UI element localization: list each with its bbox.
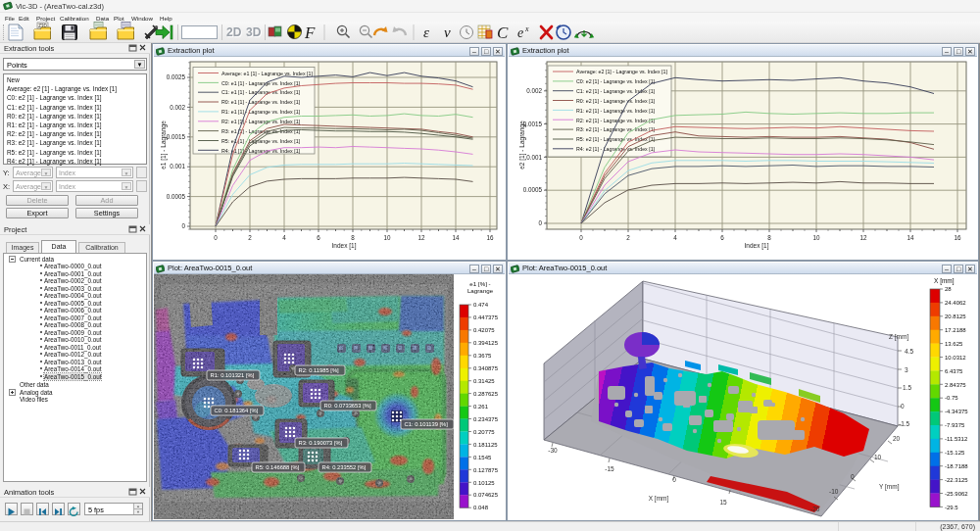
svg-text:6: 6 (317, 234, 320, 241)
svg-text:C1: e2 [1] - Lagrange vs. Inde: C1: e2 [1] - Lagrange vs. Index [1] (576, 88, 656, 94)
svg-text:0: 0 (901, 403, 905, 410)
svg-text:0.42075: 0.42075 (473, 327, 495, 333)
svg-text:0.0015: 0.0015 (167, 133, 186, 140)
svg-text:0: 0 (181, 222, 185, 229)
svg-text:-15.125: -15.125 (945, 450, 965, 456)
svg-text:-29.5: -29.5 (945, 505, 958, 510)
svg-text:14: 14 (452, 234, 460, 241)
svg-text:3: 3 (905, 366, 908, 373)
svg-text:0.474: 0.474 (473, 302, 489, 308)
svg-text:R1: e1 [1] - Lagrange vs. Inde: R1: e1 [1] - Lagrange vs. Index [1] (221, 109, 301, 115)
svg-text:20.8125: 20.8125 (945, 314, 966, 319)
svg-text:0.287625: 0.287625 (473, 391, 499, 397)
svg-text:10.0312: 10.0312 (945, 355, 966, 361)
svg-text:X [mm]: X [mm] (649, 495, 669, 503)
svg-text:C0: e1 [1] - Lagrange vs. Inde: C0: e1 [1] - Lagrange vs. Index [1] (221, 80, 301, 86)
svg-text:0: 0 (672, 476, 676, 483)
svg-text:0.0025: 0.0025 (167, 73, 186, 80)
svg-text:12: 12 (417, 234, 425, 241)
svg-text:R3: e2 [1] - Lagrange vs. Inde: R3: e2 [1] - Lagrange vs. Index [1] (576, 126, 656, 132)
svg-text:0.074625: 0.074625 (473, 492, 499, 498)
svg-text:-10: -10 (829, 488, 839, 495)
svg-text:0.127875: 0.127875 (473, 467, 499, 473)
svg-text:4: 4 (282, 234, 286, 241)
svg-text:0.394125: 0.394125 (473, 340, 499, 346)
svg-text:x: x (524, 24, 529, 33)
svg-text:R1: e2 [1] - Lagrange vs. Inde: R1: e2 [1] - Lagrange vs. Index [1] (576, 108, 656, 114)
svg-text:8: 8 (351, 234, 355, 241)
svg-text:-4.34375: -4.34375 (945, 409, 968, 414)
svg-text:0.0005: 0.0005 (523, 186, 543, 193)
svg-text:C1: e1 [1] - Lagrange vs. Inde: C1: e1 [1] - Lagrange vs. Index [1] (221, 89, 301, 95)
svg-text:1.5: 1.5 (903, 384, 911, 391)
svg-text:R2: e2 [1] - Lagrange vs. Inde: R2: e2 [1] - Lagrange vs. Index [1] (576, 118, 656, 123)
svg-text:-15: -15 (605, 465, 614, 472)
svg-text:0.048: 0.048 (473, 505, 489, 510)
svg-text:0.001: 0.001 (526, 154, 542, 161)
svg-text:10: 10 (383, 234, 391, 241)
svg-text:24.4062: 24.4062 (945, 300, 966, 306)
svg-text:12: 12 (859, 234, 867, 241)
svg-text:28: 28 (945, 286, 952, 292)
svg-text:0.340875: 0.340875 (473, 365, 499, 371)
svg-text:0.447375: 0.447375 (473, 314, 499, 320)
svg-text:2: 2 (626, 234, 630, 241)
svg-text:0.0015: 0.0015 (523, 121, 543, 127)
svg-text:13.625: 13.625 (945, 341, 963, 347)
svg-text:6.4375: 6.4375 (945, 368, 963, 374)
svg-text:0.31425: 0.31425 (473, 378, 495, 384)
svg-text:R0: 0.0733653 [%]: R0: 0.0733653 [%] (324, 403, 371, 409)
svg-text:-11.5312: -11.5312 (945, 436, 968, 442)
svg-text:0.20775: 0.20775 (473, 429, 495, 435)
svg-text:17.2188: 17.2188 (945, 327, 966, 333)
svg-text:e1 [1] - Lagrange: e1 [1] - Lagrange (160, 121, 168, 169)
svg-text:e2 [1] - Lagrange: e2 [1] - Lagrange (518, 121, 526, 169)
svg-text:16: 16 (486, 234, 494, 241)
svg-text:8: 8 (767, 234, 771, 241)
svg-text:0.181125: 0.181125 (473, 442, 498, 448)
svg-text:2.84375: 2.84375 (945, 382, 966, 388)
svg-text:0.10125: 0.10125 (473, 480, 495, 486)
svg-text:14: 14 (906, 234, 914, 241)
svg-text:0.001: 0.001 (170, 163, 185, 169)
svg-text:-30: -30 (548, 447, 558, 454)
svg-text:-25.9062: -25.9062 (945, 491, 968, 497)
svg-text:Average: e2 [1] - Lagrange vs.: Average: e2 [1] - Lagrange vs. Index [1] (576, 69, 667, 74)
svg-text:-18.7188: -18.7188 (945, 463, 968, 469)
svg-text:ε: ε (423, 24, 429, 40)
svg-text:R2: e1 [1] - Lagrange vs. Inde: R2: e1 [1] - Lagrange vs. Index [1] (221, 119, 301, 124)
svg-text:0.002: 0.002 (526, 87, 542, 94)
svg-text:0: 0 (579, 234, 583, 241)
svg-text:Average: e1 [1] - Lagrange vs.: Average: e1 [1] - Lagrange vs. Index [1] (221, 71, 313, 76)
svg-text:0: 0 (214, 234, 218, 241)
svg-text:-22.3125: -22.3125 (945, 477, 968, 483)
svg-text:10: 10 (874, 454, 882, 460)
svg-text:4.5: 4.5 (905, 348, 913, 355)
svg-text:C0: e2 [1] - Lagrange vs. Inde: C0: e2 [1] - Lagrange vs. Index [1] (576, 78, 656, 84)
svg-text:16: 16 (954, 234, 961, 241)
svg-text:C0: 0.181364 [%]: C0: 0.181364 [%] (215, 408, 259, 413)
svg-text:-7.9375: -7.9375 (945, 422, 965, 428)
svg-text:2: 2 (248, 234, 252, 241)
svg-text:0: 0 (851, 473, 855, 480)
svg-text:10: 10 (812, 234, 820, 241)
svg-text:R1: 0.101321 [%]: R1: 0.101321 [%] (211, 372, 255, 378)
svg-text:C1: 0.101139 [%]: C1: 0.101139 [%] (405, 421, 449, 427)
svg-text:ν: ν (444, 24, 451, 40)
svg-text:0.0005: 0.0005 (167, 193, 186, 200)
svg-text:4: 4 (673, 234, 677, 241)
svg-text:C: C (497, 24, 509, 42)
svg-text:0.261: 0.261 (473, 404, 489, 410)
svg-text:20: 20 (893, 435, 901, 442)
svg-text:R2: 0.11985 [%]: R2: 0.11985 [%] (299, 367, 340, 373)
svg-text:Y [mm]: Y [mm] (879, 483, 900, 491)
svg-text:F: F (304, 24, 316, 42)
svg-text:-1.5: -1.5 (899, 420, 910, 427)
svg-text:0.234375: 0.234375 (473, 416, 499, 422)
svg-text:e: e (517, 25, 523, 40)
svg-text:Index [1]: Index [1] (332, 242, 357, 250)
svg-text:0.3675: 0.3675 (473, 353, 492, 359)
svg-text:6: 6 (720, 234, 724, 241)
svg-text:Index [1]: Index [1] (745, 242, 769, 250)
svg-text:0: 0 (538, 219, 542, 226)
